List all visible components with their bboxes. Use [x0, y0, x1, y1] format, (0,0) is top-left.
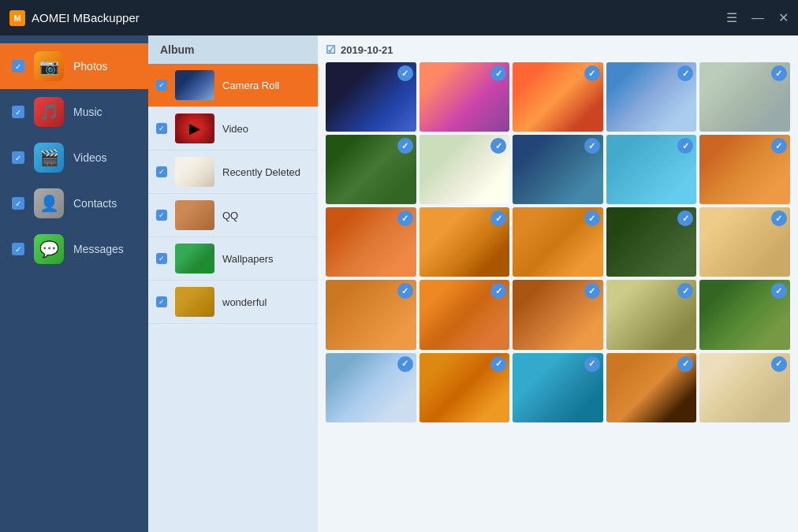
minimize-icon[interactable]: —	[751, 11, 764, 25]
sidebar-item-contacts[interactable]: ✓ 👤 Contacts	[0, 180, 148, 226]
date-header: ☑ 2019-10-21	[326, 43, 790, 56]
album-wallpapers-thumb	[175, 244, 214, 273]
album-video-label: Video	[222, 123, 248, 135]
photos-icon: 📷	[34, 51, 64, 81]
left-sidebar: ✓ 📷 Photos ✓ 🎵 Music ✓ 🎬 Videos ✓ 👤 Cont…	[0, 35, 148, 532]
photo-cell-23[interactable]: ✓	[513, 353, 603, 422]
date-label: 2019-10-21	[341, 44, 393, 56]
photo-check-badge-25: ✓	[771, 356, 787, 372]
main-container: ✓ 📷 Photos ✓ 🎵 Music ✓ 🎬 Videos ✓ 👤 Cont…	[0, 35, 798, 532]
window-controls: ☰ — ✕	[726, 10, 789, 25]
title-bar: M AOMEI MBackupper ☰ — ✕	[0, 0, 798, 35]
photo-cell-13[interactable]: ✓	[513, 207, 603, 277]
photo-cell-20[interactable]: ✓	[699, 280, 790, 349]
photo-check-badge-24: ✓	[677, 356, 693, 372]
album-qq-label: QQ	[222, 210, 238, 221]
photo-cell-17[interactable]: ✓	[420, 280, 510, 349]
photo-check-badge-6: ✓	[397, 138, 413, 154]
album-item-video[interactable]: ✓ ▶ Video	[148, 107, 318, 151]
photo-cell-22[interactable]: ✓	[420, 353, 510, 422]
sidebar-item-photos[interactable]: ✓ 📷 Photos	[0, 43, 148, 89]
sidebar-photos-label: Photos	[73, 60, 108, 73]
album-item-camera-roll[interactable]: ✓ Camera Roll	[148, 64, 318, 107]
app-icon: M	[9, 10, 25, 26]
photo-check-badge-21: ✓	[397, 356, 413, 372]
album-wonderful-checkbox[interactable]: ✓	[156, 296, 167, 307]
app-title: AOMEI MBackupper	[32, 11, 140, 24]
album-qq-thumb	[175, 200, 214, 230]
album-wallpapers-checkbox[interactable]: ✓	[156, 253, 167, 264]
photo-check-badge-3: ✓	[584, 65, 600, 81]
sidebar-messages-label: Messages	[73, 243, 124, 255]
sidebar-videos-label: Videos	[73, 151, 107, 164]
sidebar-contacts-label: Contacts	[73, 197, 117, 210]
album-camera-roll-label: Camera Roll	[222, 80, 279, 91]
photo-check-badge-8: ✓	[584, 138, 600, 154]
photo-check-badge-13: ✓	[584, 210, 600, 226]
sidebar-item-messages[interactable]: ✓ 💬 Messages	[0, 226, 148, 272]
photo-cell-2[interactable]: ✓	[420, 62, 510, 132]
photo-check-badge-1: ✓	[397, 65, 413, 81]
album-camera-roll-checkbox[interactable]: ✓	[156, 80, 167, 91]
photo-cell-4[interactable]: ✓	[606, 62, 697, 132]
music-icon: 🎵	[34, 97, 64, 127]
album-recently-deleted-thumb	[175, 157, 214, 187]
album-recently-deleted-label: Recently Deleted	[222, 166, 300, 178]
photo-cell-16[interactable]: ✓	[326, 280, 416, 349]
app-title-area: M AOMEI MBackupper	[9, 10, 140, 26]
photo-cell-12[interactable]: ✓	[420, 207, 510, 277]
photo-check-badge-16: ✓	[397, 283, 413, 299]
photo-cell-15[interactable]: ✓	[699, 207, 790, 277]
sidebar-messages-checkbox[interactable]: ✓	[12, 243, 24, 255]
photo-cell-19[interactable]: ✓	[606, 280, 697, 349]
sidebar-item-videos[interactable]: ✓ 🎬 Videos	[0, 135, 148, 180]
album-panel: Album ✓ Camera Roll ✓ ▶ Video ✓ Recently…	[148, 35, 318, 532]
photo-cell-3[interactable]: ✓	[513, 62, 603, 132]
photo-cell-5[interactable]: ✓	[699, 62, 790, 132]
photo-cell-10[interactable]: ✓	[699, 135, 790, 204]
sidebar-photos-checkbox[interactable]: ✓	[12, 60, 24, 73]
album-qq-checkbox[interactable]: ✓	[156, 210, 167, 221]
album-header: Album	[148, 35, 318, 64]
album-item-qq[interactable]: ✓ QQ	[148, 194, 318, 237]
photo-check-badge-10: ✓	[771, 138, 787, 154]
photo-cell-21[interactable]: ✓	[326, 353, 416, 422]
photo-cell-7[interactable]: ✓	[420, 135, 510, 204]
album-video-thumb: ▶	[175, 113, 214, 143]
sidebar-videos-checkbox[interactable]: ✓	[12, 151, 24, 164]
photo-cell-1[interactable]: ✓	[326, 62, 416, 132]
photo-cell-6[interactable]: ✓	[326, 135, 416, 204]
close-icon[interactable]: ✕	[778, 10, 789, 25]
photo-cell-9[interactable]: ✓	[606, 135, 697, 204]
videos-icon: 🎬	[34, 143, 64, 173]
photo-check-badge-22: ✓	[490, 356, 506, 372]
photo-cell-11[interactable]: ✓	[326, 207, 416, 277]
album-video-checkbox[interactable]: ✓	[156, 123, 167, 134]
sidebar-contacts-checkbox[interactable]: ✓	[12, 197, 24, 210]
messages-icon: 💬	[34, 234, 64, 264]
photo-panel: ☑ 2019-10-21 ✓✓✓✓✓✓✓✓✓✓✓✓✓✓✓✓✓✓✓✓✓✓✓✓✓	[318, 35, 798, 532]
photo-check-badge-5: ✓	[771, 65, 787, 81]
album-item-wonderful[interactable]: ✓ wonderful	[148, 281, 318, 324]
photo-cell-18[interactable]: ✓	[513, 280, 603, 349]
album-item-wallpapers[interactable]: ✓ Wallpapers	[148, 237, 318, 281]
date-checkbox-icon: ☑	[326, 43, 336, 56]
photo-check-badge-11: ✓	[397, 210, 413, 226]
album-recently-deleted-checkbox[interactable]: ✓	[156, 166, 167, 177]
photo-check-badge-23: ✓	[584, 356, 600, 372]
album-item-recently-deleted[interactable]: ✓ Recently Deleted	[148, 151, 318, 194]
photo-grid: ✓✓✓✓✓✓✓✓✓✓✓✓✓✓✓✓✓✓✓✓✓✓✓✓✓	[326, 62, 790, 422]
album-wonderful-thumb	[175, 287, 214, 317]
sidebar-item-music[interactable]: ✓ 🎵 Music	[0, 89, 148, 135]
photo-cell-25[interactable]: ✓	[699, 353, 790, 422]
photo-cell-14[interactable]: ✓	[606, 207, 697, 277]
list-icon[interactable]: ☰	[726, 10, 737, 25]
album-wonderful-label: wonderful	[222, 296, 267, 308]
contacts-icon: 👤	[34, 188, 64, 218]
sidebar-music-label: Music	[73, 106, 103, 118]
album-camera-roll-thumb	[175, 70, 214, 100]
photo-cell-24[interactable]: ✓	[606, 353, 697, 422]
sidebar-music-checkbox[interactable]: ✓	[12, 106, 24, 118]
photo-cell-8[interactable]: ✓	[513, 135, 603, 204]
album-wallpapers-label: Wallpapers	[222, 253, 274, 265]
